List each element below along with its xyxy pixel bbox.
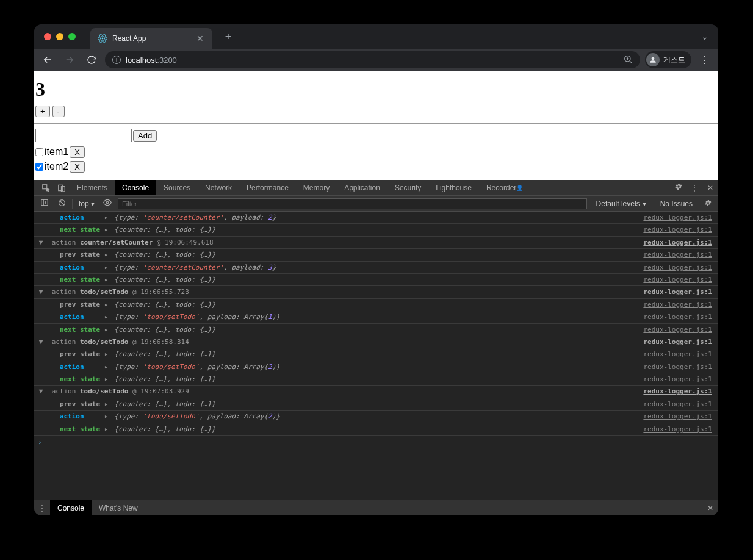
console-log-row[interactable]: action ▸ {type: 'todo/setTodo', payload:…: [34, 361, 718, 373]
source-link[interactable]: redux-logger.js:1: [643, 337, 718, 346]
profile-label: 게스트: [663, 55, 685, 65]
devtools-close-button[interactable]: ✕: [702, 184, 718, 192]
forward-button[interactable]: [61, 51, 78, 68]
console-log-row[interactable]: next state ▸ {counter: {…}, todo: {…}}re…: [34, 423, 718, 436]
add-todo-button[interactable]: Add: [133, 130, 157, 142]
console-log-row[interactable]: ▼ action counter/setCounter @ 19:06:49.6…: [34, 237, 718, 249]
source-link[interactable]: redux-logger.js:1: [643, 325, 718, 334]
increment-button[interactable]: +: [35, 106, 50, 117]
profile-button[interactable]: 게스트: [645, 51, 691, 68]
console-log-row[interactable]: prev state ▸ {counter: {…}, todo: {…}}re…: [34, 299, 718, 311]
new-tab-button[interactable]: +: [220, 28, 237, 45]
source-link[interactable]: redux-logger.js:1: [643, 263, 718, 272]
tab-title: React App: [112, 34, 190, 43]
drawer-tab-what-s-new[interactable]: What's New: [92, 500, 145, 515]
source-link[interactable]: redux-logger.js:1: [643, 362, 718, 372]
source-link[interactable]: redux-logger.js:1: [643, 400, 718, 409]
drawer-more-button[interactable]: ⋮: [34, 500, 50, 515]
browser-toolbar: i localhost:3200 게스트 ⋮: [34, 49, 718, 71]
source-link[interactable]: redux-logger.js:1: [643, 312, 718, 321]
devtools-tab-security[interactable]: Security: [387, 180, 428, 195]
source-link[interactable]: redux-logger.js:1: [643, 225, 718, 234]
console-log-row[interactable]: action ▸ {type: 'counter/setCounter', pa…: [34, 212, 718, 224]
browser-menu-button[interactable]: ⋮: [696, 54, 713, 66]
devtools-tab-elements[interactable]: Elements: [70, 180, 115, 195]
source-link[interactable]: redux-logger.js:1: [643, 375, 718, 384]
site-info-icon[interactable]: i: [112, 56, 121, 64]
source-link[interactable]: redux-logger.js:1: [643, 238, 718, 247]
console-log-row[interactable]: next state ▸ {counter: {…}, todo: {…}}re…: [34, 274, 718, 286]
maximize-window-button[interactable]: [68, 33, 76, 40]
devtools-tab-performance[interactable]: Performance: [239, 180, 296, 195]
console-log-row[interactable]: next state ▸ {counter: {…}, todo: {…}}re…: [34, 224, 718, 236]
decrement-button[interactable]: -: [52, 106, 65, 117]
browser-window: React App ✕ + ⌄ i localhost:3200 게: [34, 24, 718, 515]
todo-input[interactable]: [35, 129, 132, 142]
console-log-row[interactable]: ▼ action todo/setTodo @ 19:06:58.314redu…: [34, 336, 718, 348]
console-settings-button[interactable]: [701, 199, 715, 209]
source-link[interactable]: redux-logger.js:1: [643, 350, 718, 359]
issues-button[interactable]: No Issues: [655, 196, 697, 211]
drawer-tab-console[interactable]: Console: [50, 500, 92, 515]
source-link[interactable]: redux-logger.js:1: [643, 287, 718, 296]
zoom-icon[interactable]: [623, 54, 633, 66]
devtools-tab-console[interactable]: Console: [115, 180, 156, 195]
console-filter-input[interactable]: [118, 198, 587, 209]
console-log-row[interactable]: action ▸ {type: 'todo/setTodo', payload:…: [34, 411, 718, 423]
console-sidebar-toggle[interactable]: [38, 198, 51, 209]
drawer-close-button[interactable]: ✕: [702, 500, 718, 515]
delete-todo-button[interactable]: X: [70, 161, 85, 173]
minimize-window-button[interactable]: [56, 33, 63, 40]
console-log-row[interactable]: next state ▸ {counter: {…}, todo: {…}}re…: [34, 324, 718, 336]
clear-console-button[interactable]: [55, 199, 68, 209]
source-link[interactable]: redux-logger.js:1: [643, 300, 718, 309]
devtools-tab-application[interactable]: Application: [337, 180, 387, 195]
live-expression-button[interactable]: [101, 198, 114, 209]
source-link[interactable]: redux-logger.js:1: [643, 425, 718, 434]
console-log-row[interactable]: ▼ action todo/setTodo @ 19:06:55.723redu…: [34, 286, 718, 298]
svg-rect-8: [41, 199, 48, 205]
address-bar[interactable]: i localhost:3200: [105, 51, 640, 68]
source-link[interactable]: redux-logger.js:1: [643, 275, 718, 284]
close-window-button[interactable]: [44, 33, 51, 40]
todo-item: item2X: [35, 159, 717, 174]
devtools-tab-network[interactable]: Network: [198, 180, 239, 195]
devtools-tab-sources[interactable]: Sources: [156, 180, 198, 195]
todo-checkbox[interactable]: [35, 163, 43, 171]
devtools-settings-button[interactable]: [671, 182, 686, 193]
console-prompt[interactable]: ›: [34, 436, 718, 450]
devtools-tab-lighthouse[interactable]: Lighthouse: [428, 180, 479, 195]
console-output[interactable]: action ▸ {type: 'counter/setCounter', pa…: [34, 212, 718, 500]
browser-tab[interactable]: React App ✕: [90, 28, 212, 49]
console-toolbar: top ▾ Default levels ▾ No Issues: [34, 196, 718, 212]
reload-button[interactable]: [83, 51, 100, 68]
inspect-element-button[interactable]: [38, 180, 54, 195]
close-tab-button[interactable]: ✕: [195, 34, 205, 43]
devtools-more-button[interactable]: ⋮: [686, 184, 702, 192]
console-log-row[interactable]: prev state ▸ {counter: {…}, todo: {…}}re…: [34, 398, 718, 411]
devtools-tab-recorder[interactable]: Recorder 👤: [479, 180, 530, 195]
console-log-row[interactable]: prev state ▸ {counter: {…}, todo: {…}}re…: [34, 249, 718, 261]
tabs-menu-button[interactable]: ⌄: [701, 32, 708, 41]
back-button[interactable]: [39, 51, 56, 68]
delete-todo-button[interactable]: X: [70, 146, 85, 158]
todo-checkbox[interactable]: [35, 148, 43, 156]
console-log-row[interactable]: prev state ▸ {counter: {…}, todo: {…}}re…: [34, 348, 718, 361]
device-toggle-button[interactable]: [54, 180, 70, 195]
execution-context-selector[interactable]: top ▾: [76, 199, 97, 208]
devtools-tab-memory[interactable]: Memory: [296, 180, 337, 195]
console-log-row[interactable]: action ▸ {type: 'counter/setCounter', pa…: [34, 262, 718, 274]
source-link[interactable]: redux-logger.js:1: [643, 213, 718, 222]
devtools-tabs: ElementsConsoleSourcesNetworkPerformance…: [34, 180, 718, 196]
console-log-row[interactable]: ▼ action todo/setTodo @ 19:07:03.929redu…: [34, 386, 718, 398]
source-link[interactable]: redux-logger.js:1: [643, 387, 718, 396]
source-link[interactable]: redux-logger.js:1: [643, 250, 718, 259]
devtools-panel: ElementsConsoleSourcesNetworkPerformance…: [34, 180, 718, 515]
devtools-drawer: ⋮ ConsoleWhat's New ✕: [34, 500, 718, 515]
todo-item: item1X: [35, 145, 717, 159]
source-link[interactable]: redux-logger.js:1: [643, 412, 718, 421]
console-log-row[interactable]: next state ▸ {counter: {…}, todo: {…}}re…: [34, 373, 718, 386]
url-text: localhost:3200: [126, 56, 177, 65]
log-levels-selector[interactable]: Default levels ▾: [591, 196, 651, 211]
console-log-row[interactable]: action ▸ {type: 'todo/setTodo', payload:…: [34, 311, 718, 323]
